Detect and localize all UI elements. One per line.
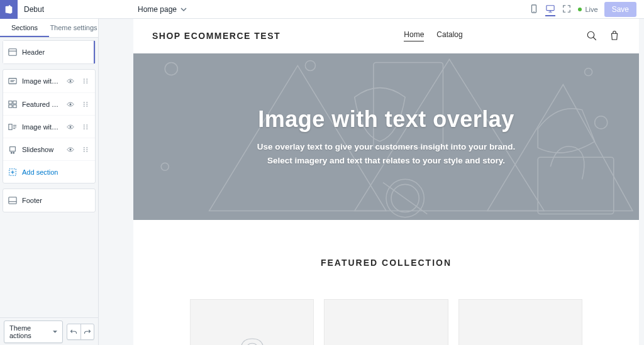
save-button[interactable]: Save — [604, 2, 636, 17]
visibility-icon[interactable] — [66, 77, 75, 85]
product-placeholder[interactable] — [324, 299, 448, 345]
hero-title: Image with text overlay — [258, 106, 514, 133]
topbar-center: Home page — [99, 5, 529, 14]
visibility-icon[interactable] — [66, 145, 75, 154]
svg-point-34 — [87, 126, 88, 128]
drag-handle-icon[interactable] — [81, 145, 90, 154]
product-grid — [133, 280, 639, 345]
image-overlay-icon — [8, 77, 17, 85]
undo-redo-group — [67, 324, 94, 340]
viewport-mobile-button[interactable] — [529, 3, 539, 16]
tab-sections[interactable]: Sections — [0, 19, 49, 37]
svg-point-10 — [87, 79, 88, 80]
drag-handle-icon[interactable] — [81, 100, 90, 109]
store-header-icons — [586, 30, 620, 41]
svg-rect-3 — [9, 49, 16, 56]
svg-point-56 — [585, 68, 592, 75]
svg-point-25 — [87, 106, 88, 107]
svg-point-54 — [165, 62, 177, 75]
section-item-image-text[interactable]: Image with text — [3, 115, 95, 138]
svg-point-11 — [84, 80, 85, 82]
svg-rect-15 — [9, 101, 12, 103]
viewport-desktop-button[interactable] — [545, 3, 555, 16]
svg-point-45 — [84, 151, 85, 152]
hero-subtitle: Use overlay text to give your customers … — [257, 140, 515, 167]
slideshow-icon — [8, 145, 17, 154]
viewport-buttons — [529, 3, 578, 16]
featured-collection-section: FEATURED COLLECTION — [133, 220, 639, 280]
svg-rect-5 — [9, 79, 16, 84]
section-item-featured-collection[interactable]: Featured collection — [3, 92, 95, 115]
theme-actions-button[interactable]: Theme actions — [4, 320, 63, 343]
cart-icon[interactable] — [609, 30, 620, 41]
section-label: Featured collection — [22, 101, 60, 108]
store-logo[interactable]: SHOP ECOMMERCE TEST — [152, 31, 280, 41]
hero-sub-line2: Select imagery and text that relates to … — [267, 156, 505, 165]
section-label: Header — [22, 48, 89, 56]
svg-point-13 — [84, 82, 85, 84]
tab-theme-settings[interactable]: Theme settings — [49, 19, 98, 37]
template-label: Home page — [138, 5, 177, 14]
section-item-header[interactable]: Header — [3, 41, 95, 63]
nav-link-home[interactable]: Home — [404, 30, 424, 41]
undo-button[interactable] — [67, 324, 80, 339]
svg-rect-66 — [538, 157, 614, 214]
section-list: Header Image with text ov... Featured co… — [0, 38, 98, 317]
svg-point-8 — [70, 80, 72, 82]
drag-handle-icon[interactable] — [81, 123, 90, 131]
section-item-image-overlay[interactable]: Image with text ov... — [3, 70, 95, 92]
live-dot-icon — [578, 8, 582, 11]
template-selector[interactable]: Home page — [138, 5, 187, 14]
live-label: Live — [585, 6, 597, 13]
svg-rect-37 — [10, 146, 16, 151]
add-section-label: Add section — [22, 168, 90, 176]
hero-sub-line1: Use overlay text to give your customers … — [257, 142, 515, 151]
sidebar: Sections Theme settings Header Image wit… — [0, 19, 99, 345]
visibility-icon[interactable] — [66, 123, 75, 131]
section-label: Footer — [22, 197, 90, 204]
svg-point-43 — [84, 149, 85, 150]
shopify-logo-icon[interactable] — [0, 0, 18, 19]
svg-rect-26 — [9, 124, 12, 129]
search-icon[interactable] — [586, 30, 597, 41]
featured-title: FEATURED COLLECTION — [152, 258, 620, 268]
svg-point-22 — [84, 104, 85, 105]
preview-scroll[interactable]: SHOP ECOMMERCE TEST Home Catalog — [99, 19, 644, 345]
collection-icon — [8, 100, 17, 109]
section-label: Image with text ov... — [22, 77, 60, 85]
svg-point-57 — [595, 116, 608, 129]
svg-rect-2 — [547, 5, 554, 10]
store-nav: Home Catalog — [280, 30, 586, 41]
svg-marker-59 — [209, 65, 386, 211]
section-item-slideshow[interactable]: Slideshow — [3, 138, 95, 160]
svg-point-38 — [11, 152, 12, 153]
caret-down-icon — [53, 329, 57, 334]
product-placeholder[interactable] — [190, 299, 314, 345]
add-section-button[interactable]: Add section — [3, 160, 95, 183]
viewport-fullscreen-button[interactable] — [562, 3, 572, 16]
drag-handle-icon[interactable] — [81, 77, 90, 85]
svg-point-12 — [87, 80, 88, 82]
footer-section-icon — [8, 196, 17, 205]
redo-button[interactable] — [80, 324, 94, 339]
store-preview: SHOP ECOMMERCE TEST Home Catalog — [133, 19, 639, 345]
product-placeholder[interactable] — [458, 299, 582, 345]
hero-section: Image with text overlay Use overlay text… — [133, 53, 639, 220]
svg-point-36 — [87, 128, 88, 129]
svg-point-42 — [87, 147, 88, 148]
section-label: Slideshow — [22, 146, 60, 153]
topbar: Debut Home page Live Save — [0, 0, 644, 19]
svg-rect-18 — [13, 104, 16, 107]
nav-link-catalog[interactable]: Catalog — [436, 30, 462, 41]
svg-point-14 — [87, 82, 88, 84]
svg-marker-60 — [355, 59, 545, 211]
section-label: Image with text — [22, 123, 60, 131]
svg-point-55 — [305, 60, 315, 70]
svg-point-35 — [84, 128, 85, 129]
theme-name: Debut — [18, 5, 44, 14]
svg-point-46 — [87, 151, 88, 152]
svg-rect-50 — [9, 197, 16, 204]
visibility-icon[interactable] — [66, 100, 75, 109]
section-item-footer[interactable]: Footer — [3, 189, 95, 212]
svg-rect-17 — [9, 104, 12, 107]
